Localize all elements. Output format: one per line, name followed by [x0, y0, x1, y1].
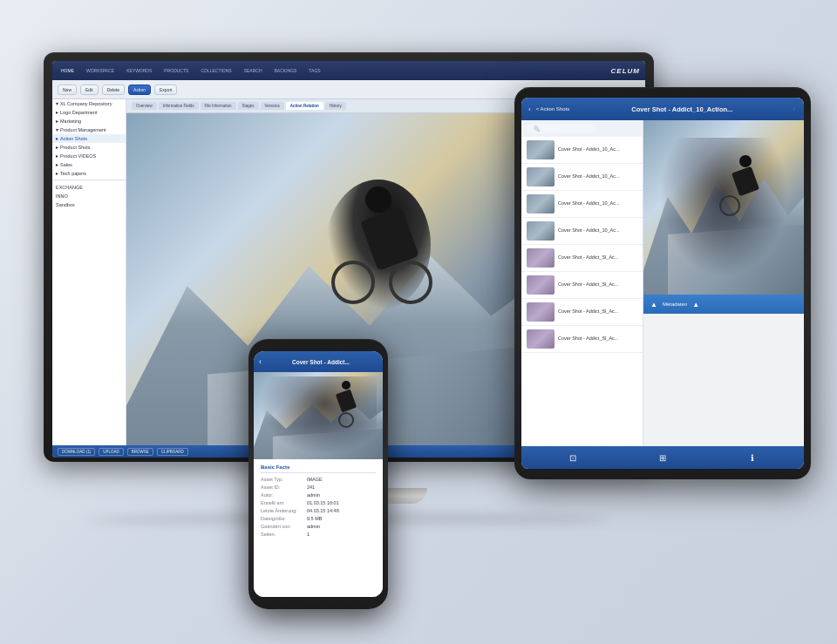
tablet-list-item-5[interactable]: Cover Shot - Addict_Sl_Ac... — [521, 245, 643, 272]
tablet-info-icon[interactable]: ℹ — [744, 449, 761, 466]
phone-label-seiten: Seiten: — [261, 532, 304, 537]
tablet-search-bar: 🔍 Suchen — [521, 120, 643, 137]
tab-stages[interactable]: Stages — [238, 102, 259, 110]
toolbar-edit-btn[interactable]: Edit — [80, 85, 99, 95]
cyclist-figure — [326, 180, 431, 310]
nav-collections[interactable]: COLLECTIONS — [197, 66, 235, 75]
list-title-4: Cover Shot - Addict_10_Ac... — [558, 227, 620, 234]
tab-info-fields[interactable]: Information Fields — [159, 102, 199, 110]
phone-title: Cover Shot - Addict... — [264, 359, 378, 365]
tab-history[interactable]: History — [325, 102, 346, 110]
toolbar-action-btn[interactable]: Action — [128, 85, 151, 95]
sidebar: ▾ XL Company Repository ▸ Logo Departmen… — [52, 99, 126, 445]
tab-file-info[interactable]: File Information — [201, 102, 236, 110]
list-thumb-6 — [527, 275, 555, 295]
toolbar-delete-btn[interactable]: Delete — [102, 85, 125, 95]
tablet-list-item-8[interactable]: Cover Shot - Addict_Sl_Ac... — [521, 326, 643, 353]
tab-overview[interactable]: Overview — [132, 102, 157, 110]
p-cyclist-torso — [336, 390, 357, 413]
t-wheel-front — [719, 195, 740, 216]
phone-row-autor: Autor: admin — [261, 492, 376, 498]
sidebar-item-sales[interactable]: ▸ Sales — [52, 160, 126, 169]
sidebar-item-product-videos[interactable]: ▸ Product VIDEOS — [52, 152, 126, 160]
list-title-7: Cover Shot - Addict_Sl_Ac... — [558, 308, 618, 315]
tablet-list-item-2[interactable]: Cover Shot - Addict_10_Ac... — [521, 164, 643, 191]
phone-outer: ‹ Cover Shot - Addict... Basic Facts Ass… — [248, 339, 388, 609]
tablet-home-icon[interactable]: ⊡ — [564, 449, 582, 466]
sidebar-item-product-mgmt[interactable]: ▾ Product Management — [52, 125, 126, 134]
clipboard-btn[interactable]: CLIPBOARD — [157, 448, 188, 456]
nav-home[interactable]: HOME — [58, 66, 78, 75]
tablet: ‹ < Action Shots Cover Shot - Addict_10_… — [514, 87, 811, 479]
nav-search[interactable]: SEARCH — [241, 66, 266, 75]
tablet-bottombar: ⊡ ⊞ ℹ — [521, 446, 804, 469]
tablet-list-item-6[interactable]: Cover Shot - Addict_Sl_Ac... — [521, 272, 643, 299]
tablet-topbar: ‹ < Action Shots Cover Shot - Addict_10_… — [521, 98, 804, 120]
list-thumb-8 — [527, 329, 555, 349]
sidebar-item-product-shots[interactable]: ▸ Product Shots — [52, 143, 126, 152]
tablet-list-item-3[interactable]: Cover Shot - Addict_10_Ac... — [521, 191, 643, 218]
phone-label-aenderung: Letzte Änderung: — [261, 508, 304, 513]
upload-icon[interactable]: ↑ — [793, 106, 796, 112]
tablet-meta-bar[interactable]: ▲ Metadaten ▲ — [643, 295, 804, 314]
phone-value-dateigroesse: 9.5 MB — [307, 516, 322, 521]
list-thumb-7 — [527, 302, 555, 322]
phone-back-btn[interactable]: ‹ — [259, 357, 262, 366]
upload-btn[interactable]: UPLOAD — [99, 448, 124, 456]
list-thumb-4 — [527, 221, 555, 241]
folder-icon: ▸ — [56, 145, 58, 150]
tablet-back-label[interactable]: < Action Shots — [536, 106, 570, 112]
sidebar-item-marketing[interactable]: ▸ Marketing — [52, 117, 126, 125]
nav-keywords[interactable]: KEYWORDS — [123, 66, 155, 75]
tablet-list-item-7[interactable]: Cover Shot - Addict_Sl_Ac... — [521, 299, 643, 326]
nav-products[interactable]: PRODUCTS — [160, 66, 192, 75]
sidebar-item-action-shots[interactable]: ▸ Action Shots — [52, 134, 126, 143]
toolbar-export-btn[interactable]: Export — [154, 85, 177, 95]
tablet-list-item-4[interactable]: Cover Shot - Addict_10_Ac... — [521, 218, 643, 245]
tablet-back-btn[interactable]: ‹ — [528, 105, 531, 113]
list-title-2: Cover Shot - Addict_10_Ac... — [558, 173, 620, 180]
rear-wheel — [389, 261, 432, 304]
list-title-8: Cover Shot - Addict_Sl_Ac... — [558, 336, 618, 342]
nav-workspace[interactable]: WORKSPACE — [83, 66, 118, 75]
download-btn[interactable]: DOWNLOAD (1) — [58, 448, 95, 456]
list-thumb-1 — [527, 140, 555, 159]
expand-icon-right: ▲ — [692, 301, 699, 308]
sidebar-item-sandbox[interactable]: Sandbox — [52, 200, 126, 209]
tab-action-relation[interactable]: Action Relation — [286, 102, 323, 110]
sidebar-item-exchange[interactable]: EXCHANGE — [52, 183, 126, 192]
phone-info-title: Basic Facts — [261, 464, 376, 473]
toolbar-new-btn[interactable]: New — [58, 85, 77, 95]
tab-versions[interactable]: Versions — [261, 102, 284, 110]
phone-row-dateigroesse: Dateigröße: 9.5 MB — [261, 516, 376, 521]
sidebar-item-tech[interactable]: ▸ Tech papers — [52, 169, 126, 178]
folder-icon: ▸ — [56, 153, 58, 159]
tablet-outer: ‹ < Action Shots Cover Shot - Addict_10_… — [514, 87, 811, 479]
list-thumb-5 — [527, 248, 555, 268]
nav-tags[interactable]: TAGS — [305, 66, 323, 75]
t-cyclist-torso — [732, 166, 759, 197]
tablet-title: Cover Shot - Addict_10_Action... — [576, 105, 787, 113]
sidebar-item-inno[interactable]: INNO — [52, 192, 126, 200]
sidebar-item-logo[interactable]: ▸ Logo Department — [52, 108, 126, 117]
phone-label-dateigroesse: Dateigröße: — [261, 516, 304, 521]
tablet-list-item-1[interactable]: Cover Shot - Addict_10_Ac... — [521, 137, 643, 164]
browse-btn[interactable]: BROWSE — [127, 448, 153, 456]
phone-cyclist-body — [329, 381, 364, 429]
list-title-1: Cover Shot - Addict_10_Ac... — [558, 146, 620, 153]
tablet-search-input[interactable]: 🔍 Suchen — [527, 124, 596, 133]
tablet-screen: ‹ < Action Shots Cover Shot - Addict_10_… — [521, 98, 804, 469]
phone-value-erstellt: 01.03.15 16:01 — [307, 500, 339, 505]
list-title-3: Cover Shot - Addict_10_Ac... — [558, 200, 620, 207]
nav-backings[interactable]: BACKINGS — [271, 66, 301, 75]
phone-row-aenderung: Letzte Änderung: 04.03.15 14:48 — [261, 508, 376, 513]
tablet-grid-icon[interactable]: ⊞ — [654, 449, 671, 466]
phone-screen: ‹ Cover Shot - Addict... Basic Facts Ass… — [254, 351, 383, 597]
phone-value-autor: admin — [307, 492, 320, 498]
tablet-detail: ▲ Metadaten ▲ — [643, 120, 804, 446]
phone-label-erstellt: Erstellt am: — [261, 500, 304, 505]
phone-row-asset-id: Asset ID: 241 — [261, 485, 376, 490]
phone-info: Basic Facts Asset Typ: IMAGE Asset ID: 2… — [254, 459, 383, 597]
sidebar-item-repository[interactable]: ▾ XL Company Repository — [52, 99, 126, 108]
front-wheel — [331, 261, 375, 304]
